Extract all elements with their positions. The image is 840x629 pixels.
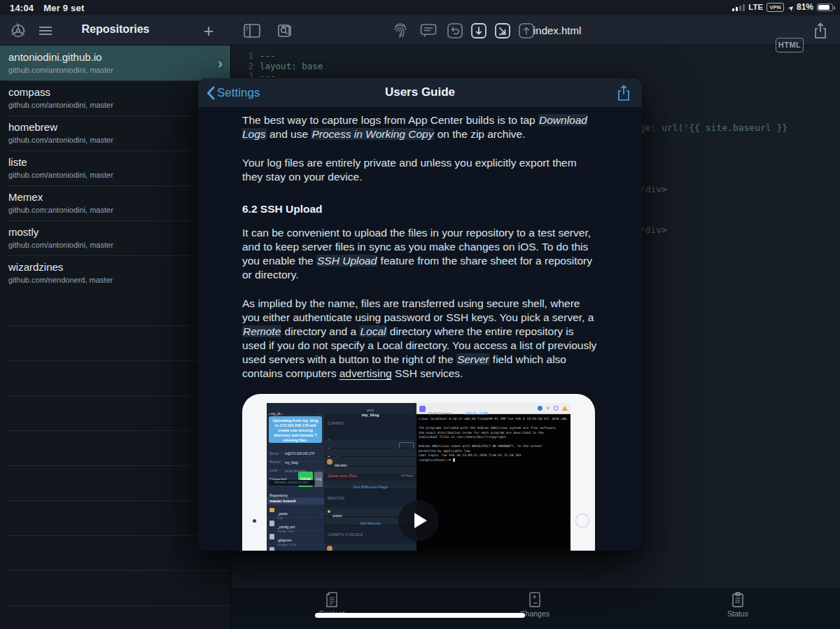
top-bar: Repositories + (0, 15, 840, 45)
app-window: 14:04Mer 9 set LTE VPN ➤ 81% Repositorie… (0, 0, 840, 629)
guide-content[interactable]: The best way to capture logs from App Ce… (198, 108, 642, 551)
repository-list: antoniodini.github.io github.com/antonio… (0, 45, 231, 629)
pull-download-icon[interactable] (469, 15, 489, 45)
users-guide-sheet: Settings Users Guide The best way to cap… (198, 78, 642, 551)
status-bar: 14:04Mer 9 set LTE VPN ➤ 81% (0, 0, 840, 15)
repo-row-memex[interactable]: Memex github.com:antoniodini, master (0, 185, 231, 220)
empty-list-row (0, 500, 231, 535)
tab-status[interactable]: Status (703, 592, 773, 618)
status-clipboard-icon (732, 592, 744, 607)
empty-list-row (0, 325, 231, 360)
sheet-header: Settings Users Guide (198, 78, 642, 108)
sidebar-toggle-icon[interactable] (242, 15, 262, 45)
guide-paragraph: The best way to capture logs from App Ce… (242, 113, 598, 141)
fingerprint-icon[interactable] (391, 15, 410, 45)
line-number: 1 (241, 51, 253, 62)
guide-share-icon[interactable] (617, 85, 631, 101)
content-document-icon (326, 592, 338, 607)
repo-row-wizardzines[interactable]: wizardzines github.com/nendonerd, master (0, 255, 231, 290)
chevron-right-icon: › (218, 55, 223, 71)
play-button[interactable] (398, 500, 439, 541)
info-icon (538, 406, 542, 411)
video-wc-sidebar: ‹ my_bl…＋ ›_ Uploading from my_blog to 1… (267, 403, 324, 551)
status-date: Mer 9 set (43, 3, 84, 13)
circle-icon (554, 406, 559, 411)
empty-list-row (0, 430, 231, 465)
home-indicator[interactable] (315, 613, 525, 618)
add-repository-button[interactable]: + (199, 15, 218, 45)
network-type: LTE (748, 3, 763, 11)
repo-row-liste[interactable]: liste github.com/antoniodini, master (0, 150, 231, 185)
guide-paragraph: Your log files are entirely private and … (242, 156, 598, 184)
terminal-app-icon (419, 406, 426, 412)
guide-heading: 6.2 SSH Upload (242, 202, 598, 216)
battery-percent: 81% (797, 2, 813, 12)
repo-row-compass[interactable]: compass github.com/antoniodini, master (0, 80, 231, 115)
repo-row-mostly[interactable]: mostly github.com/antoniodini, master (0, 220, 231, 255)
warning-triangle-icon (562, 406, 568, 411)
empty-list-row (0, 290, 231, 325)
empty-list-row (0, 395, 231, 430)
guide-paragraph: As implied by the name, files are transf… (242, 297, 598, 381)
open-file-title: index.html (533, 24, 581, 36)
clock: 14:04 (10, 3, 34, 13)
battery-icon (817, 3, 833, 11)
repo-row-antoniodini[interactable]: antoniodini.github.io github.com/antonio… (0, 45, 231, 80)
signal-strength-icon (732, 3, 745, 11)
search-files-icon[interactable] (274, 15, 295, 45)
changes-plus-minus-icon (528, 592, 541, 607)
line-number: 2 (241, 62, 253, 72)
sidebar-title: Repositories (0, 23, 231, 36)
comment-icon[interactable] (419, 15, 438, 45)
empty-list-row (0, 605, 231, 629)
home-button (575, 514, 589, 528)
guide-paragraph: It can be convenient to upload the files… (242, 226, 598, 282)
empty-list-row (0, 535, 231, 570)
repo-row-homebrew[interactable]: homebrew github.com/antoniodini, master (0, 115, 231, 150)
commit-deploy-icon[interactable] (493, 15, 512, 45)
format-badge-button[interactable]: HTML (776, 38, 804, 52)
empty-list-row (0, 360, 231, 395)
bottom-tab-bar: Content Changes Status (231, 587, 840, 629)
status-time-date: 14:04Mer 9 set (10, 3, 84, 13)
upload-alert: Uploading from my_blog to 172.104.242.17… (269, 416, 322, 443)
share-icon[interactable] (811, 15, 830, 45)
embedded-video-thumbnail: ‹ my_bl…＋ ›_ Uploading from my_blog to 1… (242, 393, 595, 551)
vpn-badge: VPN (766, 3, 783, 12)
empty-list-row (0, 570, 231, 605)
code-fragment: age: url('{{ site.baseurl }} (634, 122, 788, 133)
code-text: layout: base (260, 61, 323, 71)
camera-dot (253, 519, 256, 523)
star-icon: ✶ (546, 406, 550, 411)
empty-list-row (0, 465, 231, 500)
location-arrow-icon: ➤ (786, 3, 796, 13)
code-text: --- (260, 50, 276, 61)
sheet-title: Users Guide (198, 85, 642, 99)
video-terminal-panel: Quick Connect 172.10...2.179 ✶ (416, 403, 570, 551)
undo-icon[interactable] (445, 15, 465, 45)
